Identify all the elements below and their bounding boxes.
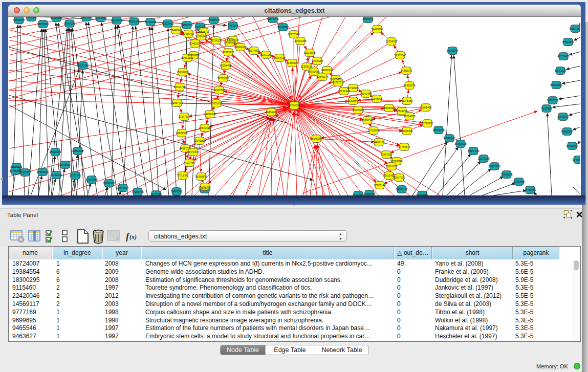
svg-text:06797016: 06797016 <box>332 81 344 84</box>
svg-text:20831240: 20831240 <box>432 128 444 132</box>
svg-text:63319128: 63319128 <box>222 51 234 54</box>
svg-text:33875004: 33875004 <box>117 186 128 189</box>
svg-text:17764672: 17764672 <box>398 145 410 148</box>
svg-text:34788783: 34788783 <box>524 188 536 191</box>
svg-text:21590109: 21590109 <box>36 170 48 173</box>
svg-text:51402614: 51402614 <box>566 144 578 147</box>
svg-text:14365370: 14365370 <box>400 69 412 72</box>
svg-text:13186091: 13186091 <box>37 23 49 26</box>
svg-text:38528084: 38528084 <box>49 150 61 154</box>
svg-text:82450400: 82450400 <box>182 32 194 35</box>
svg-text:30926002: 30926002 <box>383 106 395 110</box>
svg-text:89093100: 89093100 <box>181 56 193 59</box>
svg-text:21547280: 21547280 <box>85 178 97 181</box>
svg-text:23448347: 23448347 <box>170 29 182 32</box>
svg-text:97299752: 97299752 <box>363 192 375 195</box>
svg-text:81718002: 81718002 <box>347 86 359 90</box>
svg-text:75749118: 75749118 <box>145 20 157 24</box>
svg-text:71147104: 71147104 <box>194 25 206 28</box>
svg-text:78657975: 78657975 <box>111 19 122 22</box>
svg-text:31672326: 31672326 <box>554 69 566 72</box>
svg-text:08246281: 08246281 <box>63 22 75 25</box>
svg-text:01419314: 01419314 <box>572 158 580 161</box>
svg-text:33377617: 33377617 <box>178 115 190 118</box>
svg-text:74395755: 74395755 <box>132 190 143 193</box>
svg-text:06044319: 06044319 <box>273 56 285 59</box>
svg-text:44634786: 44634786 <box>294 39 306 42</box>
svg-text:11777741: 11777741 <box>70 174 81 177</box>
svg-text:13137353: 13137353 <box>150 193 162 195</box>
svg-text:11148936: 11148936 <box>371 97 382 100</box>
svg-text:56563048: 56563048 <box>394 54 406 57</box>
svg-text:50587706: 50587706 <box>547 99 558 102</box>
svg-text:43900847: 43900847 <box>347 99 359 102</box>
svg-text:45298415: 45298415 <box>220 64 231 67</box>
svg-text:45378383: 45378383 <box>401 99 412 102</box>
svg-text:16648794: 16648794 <box>446 49 458 52</box>
svg-text:36671276: 36671276 <box>267 17 278 20</box>
svg-text:81817414: 81817414 <box>171 101 183 104</box>
svg-text:95288314: 95288314 <box>321 69 333 72</box>
svg-text:40931925: 40931925 <box>176 132 187 135</box>
svg-text:51819093: 51819093 <box>95 17 106 19</box>
svg-text:43231948: 43231948 <box>128 20 140 23</box>
svg-text:37760207: 37760207 <box>217 77 229 80</box>
svg-text:14852538: 14852538 <box>72 149 83 152</box>
svg-text:52601815: 52601815 <box>13 18 25 21</box>
svg-text:34419792: 34419792 <box>371 28 383 31</box>
svg-text:57591836: 57591836 <box>390 160 402 163</box>
svg-text:17603137: 17603137 <box>19 171 31 174</box>
svg-text:12213878: 12213878 <box>303 51 315 54</box>
svg-text:15055613: 15055613 <box>210 102 222 105</box>
svg-text:31258153: 31258153 <box>300 65 312 68</box>
svg-text:76426565: 76426565 <box>213 89 225 92</box>
svg-text:06400376: 06400376 <box>403 84 415 87</box>
svg-text:54409103: 54409103 <box>373 141 384 144</box>
svg-text:84837261: 84837261 <box>569 27 580 30</box>
svg-text:58887180: 58887180 <box>488 165 500 168</box>
svg-text:33401878: 33401878 <box>500 173 512 176</box>
svg-text:18724007: 18724007 <box>288 104 300 107</box>
svg-text:23610788: 23610788 <box>385 165 397 168</box>
svg-text:01759898: 01759898 <box>513 180 525 183</box>
svg-text:44992070: 44992070 <box>179 147 191 150</box>
svg-text:31677232: 31677232 <box>393 176 405 179</box>
svg-text:37576283: 37576283 <box>311 59 323 62</box>
svg-text:3215958: 3215958 <box>541 107 552 110</box>
svg-text:57986828: 57986828 <box>454 142 466 145</box>
svg-text:60710431: 60710431 <box>421 122 433 125</box>
svg-text:63304348: 63304348 <box>416 193 428 195</box>
svg-text:77718341: 77718341 <box>177 174 188 177</box>
svg-text:72042935: 72042935 <box>380 153 392 156</box>
svg-text:89555979: 89555979 <box>181 24 192 27</box>
svg-text:11440242: 11440242 <box>557 115 569 118</box>
svg-text:49454437: 49454437 <box>265 111 277 114</box>
svg-text:28704655: 28704655 <box>403 115 415 118</box>
svg-text:35326502: 35326502 <box>210 39 222 42</box>
svg-text:13734337: 13734337 <box>385 40 397 43</box>
svg-text:90830166: 90830166 <box>25 17 37 19</box>
svg-text:55706360: 55706360 <box>401 129 412 133</box>
svg-text:39548620: 39548620 <box>443 137 455 140</box>
svg-text:82276544: 82276544 <box>288 33 299 36</box>
svg-text:82965724: 82965724 <box>286 61 298 64</box>
svg-text:37609260: 37609260 <box>352 108 364 112</box>
svg-text:67938144: 67938144 <box>374 184 385 187</box>
svg-text:68599528: 68599528 <box>10 165 22 168</box>
svg-text:22279180: 22279180 <box>477 157 489 160</box>
svg-text:79907511: 79907511 <box>171 190 183 193</box>
svg-text:76122202: 76122202 <box>352 193 364 195</box>
svg-text:61836546: 61836546 <box>361 119 373 122</box>
svg-text:01462016: 01462016 <box>189 42 201 45</box>
svg-text:(x): (x) <box>129 233 137 240</box>
svg-text:16786843: 16786843 <box>195 35 207 38</box>
svg-text:70471874: 70471874 <box>187 150 199 154</box>
svg-text:28807290: 28807290 <box>467 149 479 152</box>
svg-text:39042486: 39042486 <box>360 92 372 95</box>
svg-text:87731322: 87731322 <box>338 90 350 93</box>
svg-text:54930666: 54930666 <box>308 70 319 73</box>
svg-text:67513613: 67513613 <box>562 40 574 43</box>
svg-text:15640410: 15640410 <box>199 126 210 129</box>
svg-text:97465075: 97465075 <box>208 18 220 21</box>
svg-text:10735873: 10735873 <box>367 129 379 132</box>
